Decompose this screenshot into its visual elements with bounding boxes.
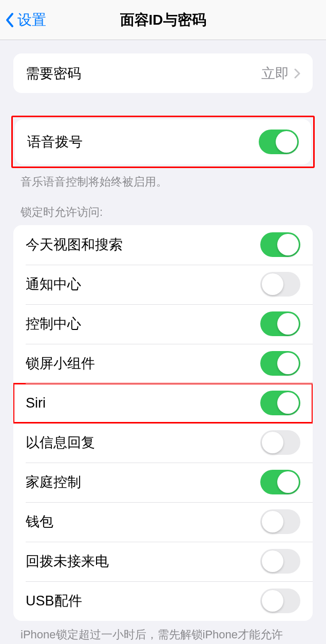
lock-access-toggle[interactable]: [260, 588, 300, 613]
page-title: 面容ID与密码: [120, 10, 206, 30]
lock-access-toggle[interactable]: [260, 470, 300, 494]
require-passcode-value: 立即: [261, 64, 300, 83]
voice-dial-row: 语音拨号: [15, 119, 311, 164]
lock-access-row: 钱包: [13, 502, 313, 542]
require-passcode-group: 需要密码 立即: [13, 53, 313, 93]
chevron-right-icon: [294, 68, 300, 79]
back-button[interactable]: 设置: [5, 10, 46, 30]
lock-access-label: Siri: [26, 395, 46, 411]
voice-dial-group: 语音拨号: [15, 119, 311, 164]
voice-dial-footer: 音乐语音控制将始终被启用。: [0, 168, 326, 190]
lock-access-toggle[interactable]: [260, 549, 300, 574]
lock-access-label: 控制中心: [26, 315, 81, 333]
lock-access-footer: iPhone锁定超过一小时后，需先解锁iPhone才能允许USB配件连接。: [0, 621, 326, 644]
lock-access-label: 今天视图和搜索: [26, 235, 123, 254]
lock-access-row: 今天视图和搜索: [13, 225, 313, 265]
lock-access-toggle[interactable]: [260, 351, 300, 376]
lock-access-toggle[interactable]: [260, 232, 300, 257]
lock-access-row: 家庭控制: [13, 463, 313, 502]
lock-access-toggle[interactable]: [260, 311, 300, 336]
lock-access-group: 今天视图和搜索通知中心控制中心锁屏小组件Siri以信息回复家庭控制钱包回拨未接来…: [13, 225, 313, 621]
lock-access-row: 控制中心: [13, 304, 313, 344]
lock-access-toggle[interactable]: [260, 272, 300, 297]
lock-access-row: 回拨未接来电: [13, 542, 313, 581]
lock-access-toggle[interactable]: [260, 391, 300, 415]
lock-access-label: 以信息回复: [26, 433, 95, 452]
lock-access-label: 钱包: [26, 512, 53, 531]
lock-access-label: 回拨未接来电: [26, 552, 109, 571]
lock-access-label: 家庭控制: [26, 473, 81, 491]
lock-access-toggle[interactable]: [260, 509, 300, 534]
lock-access-row: 锁屏小组件: [13, 344, 313, 383]
navigation-bar: 设置 面容ID与密码: [0, 0, 326, 40]
back-label: 设置: [17, 10, 46, 30]
lock-access-row: Siri: [13, 383, 313, 423]
lock-access-label: USB配件: [26, 592, 82, 610]
require-passcode-label: 需要密码: [26, 64, 81, 83]
lock-access-label: 锁屏小组件: [26, 354, 95, 373]
lock-access-row: 通知中心: [13, 265, 313, 304]
require-passcode-row[interactable]: 需要密码 立即: [13, 53, 313, 93]
lock-access-row: USB配件: [13, 581, 313, 621]
lock-access-header: 锁定时允许访问:: [0, 205, 326, 225]
lock-access-label: 通知中心: [26, 275, 81, 293]
lock-access-row: 以信息回复: [13, 423, 313, 463]
voice-dial-toggle[interactable]: [259, 130, 299, 154]
voice-dial-label: 语音拨号: [27, 133, 83, 151]
lock-access-toggle[interactable]: [260, 430, 300, 455]
chevron-left-icon: [5, 12, 14, 28]
